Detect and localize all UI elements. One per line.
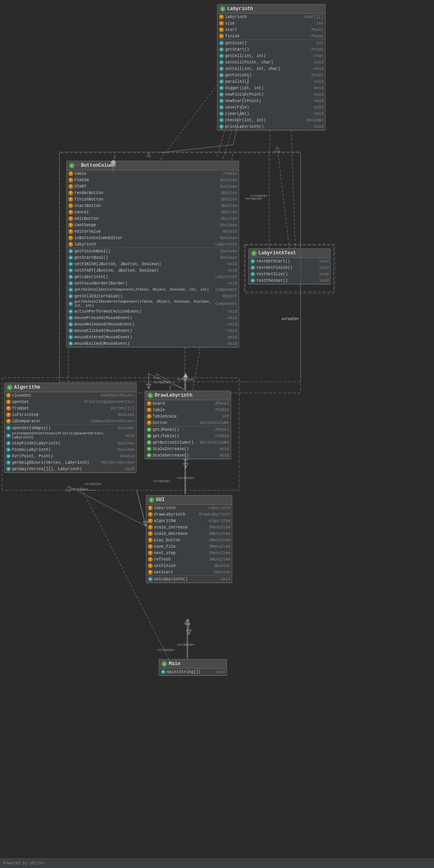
table-row: m setCell(Point, char) void [217,59,325,66]
field-icon: f [6,399,11,404]
field-type: ButtonColumn [200,440,229,445]
field-type: Vertex[][] [111,406,135,411]
field-icon: f [148,506,153,510]
field-type: JMenuItem [209,538,230,542]
field-type: JTable [223,172,237,176]
field-name: FindA(Labyrinth) [12,448,117,452]
field-name: setCell(int, int, char) [225,67,313,71]
table-row: m ScaleDecrease() void [145,452,231,459]
table-row: m digger(int, int) void [217,85,325,91]
method-icon: m [6,454,11,459]
field-type: char[][] [304,15,323,19]
field-icon: f [68,223,73,227]
create-label-2: «create» [177,378,194,382]
footer-text: Powered by yFiles [3,861,44,866]
field-name: isButtonColumnEditor [74,236,219,240]
field-name: idComparator [12,419,90,424]
buttoncolumn-icon: C [69,163,75,168]
field-name: refresh [154,557,207,562]
field-type: boolean [220,256,237,260]
field-name: button [153,421,199,425]
field-name: testGetSize() [256,272,318,276]
buttoncolumn-title: ButtonColumn [81,163,115,168]
field-type: JMenuItem [209,545,230,549]
uml-header-main: C Main [159,659,227,669]
field-name: clearLab() [225,112,313,116]
field-type: void [227,342,237,346]
table-row: f editorValue Object [67,228,239,235]
svg-text:«create»: «create» [70,487,88,491]
field-type: void [319,259,329,264]
field-type: void [125,434,135,438]
field-name: labyrinth [225,15,303,19]
method-icon: m [6,447,11,452]
field-name: parallel() [225,80,313,84]
table-row: f table JTable [67,170,239,177]
drawlabyrinth-methods: m getJPanel() JPanel m getJTable() JTabl… [145,426,231,459]
field-name: openSetIsEmpty() [12,426,117,430]
field-type: void [314,112,323,116]
method-icon: m [68,322,73,327]
table-row: m getTableCellRendererComponent(JTable, … [67,299,239,308]
field-type: Vector<Vertex> [101,461,135,465]
field-type: void [319,266,329,270]
table-row: m mouseExited(MouseEvent) void [67,340,239,347]
field-type: void [314,80,323,84]
field-icon: f [148,544,153,549]
field-icon: f [6,412,11,417]
table-row: f cancel JButton [67,209,239,215]
svg-marker-43 [183,463,188,468]
method-icon: m [68,315,73,320]
field-name: getSize() [225,41,315,45]
method-icon: m [250,272,255,276]
field-icon: f [147,420,151,425]
stereotype-tag: « [76,164,78,168]
table-row: m testChecker() void [249,277,330,284]
svg-line-56 [137,490,146,526]
svg-marker-48 [186,630,191,635]
algorithm-title: Algorithm [14,385,40,390]
create-label-6: «create» [84,482,102,486]
table-row: f startButton JButton [67,203,239,209]
field-type: Component [215,288,237,292]
field-name: drawLabyrinth [154,512,198,517]
field-name: closeSet [12,393,100,398]
method-icon: m [147,434,151,438]
method-icon: m [6,441,11,446]
field-name: labyrinth [154,506,207,510]
uml-header-algorithm: C Algorithm [4,383,136,392]
field-icon: f [68,190,73,195]
field-icon: f [147,407,151,412]
field-type: JMenuItem [209,557,230,562]
field-name: testChecker() [256,278,318,283]
field-name: isFirstStep [12,413,117,417]
field-name: mouseExited(MouseEvent) [74,342,226,346]
field-type: Object [223,294,237,299]
method-icon: m [219,73,224,78]
labyrinth-methods: m getSize() int m getStart() Point m get… [217,40,325,130]
method-icon: m [68,249,73,254]
field-name: printLabyrinth() [225,125,313,129]
field-name: save(File) [225,105,313,110]
table-row: m testGetSize() void [249,271,330,277]
field-name: editButton [74,217,219,221]
field-type: JPanel [215,428,229,432]
uml-header-buttoncolumn: C « ButtonColumn [67,161,239,170]
table-row: m checker(int, int) boolean [217,117,325,123]
create-label-5: «create» [177,643,194,647]
table-row: f scale_decrease JMenuItem [146,530,232,537]
field-name: testGetFinish() [256,266,318,270]
svg-marker-40 [183,373,188,378]
field-type: HashSet<Point> [101,393,135,398]
table-row: m printOpenSetVertexes(PriorityQueue<Ver… [4,431,136,440]
uml-box-labyrinthtest: C LabyrinthTest m testGetStart() void m … [248,248,331,285]
field-type: boolean [220,223,237,227]
method-icon: m [68,268,73,273]
field-icon: f [148,551,153,555]
method-icon: m [68,341,73,346]
method-icon: m [219,124,224,129]
field-name: ScaleDecrease() [153,453,218,458]
field-type: Point [311,28,323,32]
method-icon: m [219,92,224,97]
field-name: table [153,408,213,412]
